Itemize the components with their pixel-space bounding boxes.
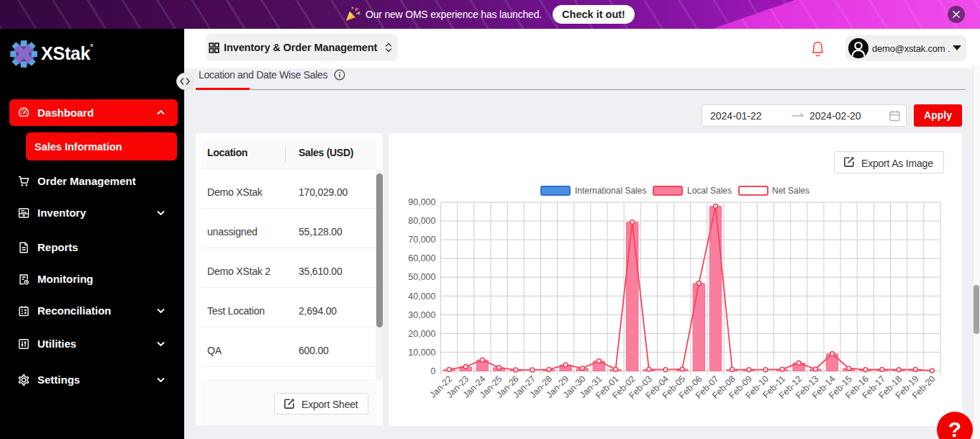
svg-text:60,000: 60,000 — [408, 253, 435, 263]
svg-text:80,000: 80,000 — [408, 216, 435, 226]
svg-text:40,000: 40,000 — [408, 291, 435, 302]
svg-text:30,000: 30,000 — [408, 310, 435, 320]
svg-text:50,000: 50,000 — [408, 272, 435, 282]
svg-text:10,000: 10,000 — [408, 348, 435, 358]
svg-text:90,000: 90,000 — [408, 197, 435, 207]
svg-text:20,000: 20,000 — [408, 329, 435, 339]
svg-text:0: 0 — [431, 366, 436, 376]
svg-text:70,000: 70,000 — [408, 235, 435, 245]
